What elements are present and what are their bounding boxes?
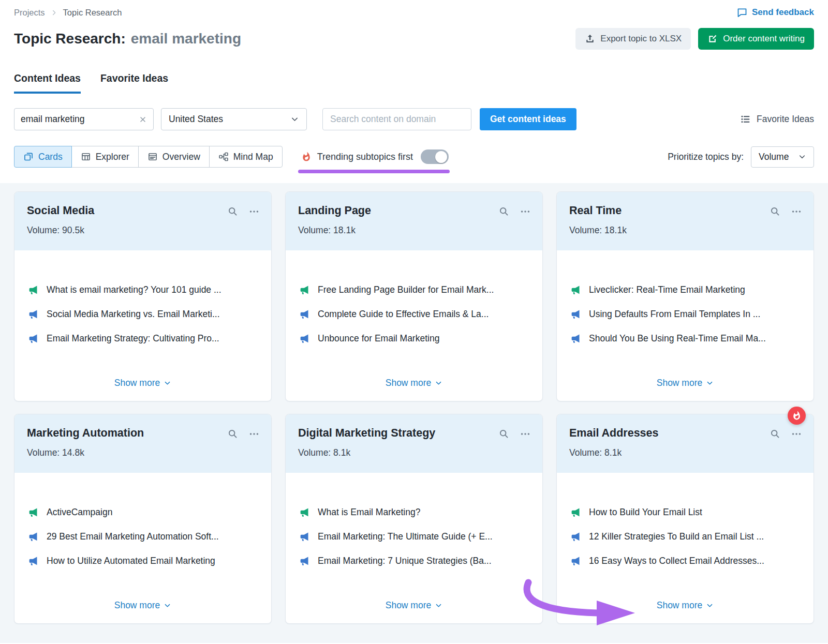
page-header: Topic Research: email marketing Export t… [0, 18, 828, 50]
megaphone-icon [299, 507, 310, 518]
show-more-link[interactable]: Show more [657, 600, 714, 611]
card-more-icon[interactable] [520, 428, 531, 440]
get-content-ideas-button[interactable]: Get content ideas [480, 108, 576, 130]
view-overview-button[interactable]: Overview [138, 146, 210, 168]
card-volume: Volume: 18.1k [298, 225, 530, 236]
card-more-icon[interactable] [248, 428, 260, 440]
card-more-icon[interactable] [520, 206, 531, 217]
card-search-icon[interactable] [770, 428, 780, 440]
header-actions: Export topic to XLSX Order content writi… [575, 28, 814, 50]
megaphone-icon [570, 531, 581, 542]
content-idea-item[interactable]: Email Marketing: 7 Unique Strategies (Ba… [299, 556, 529, 566]
card-more-icon[interactable] [248, 206, 260, 217]
favorite-ideas-link[interactable]: Favorite Ideas [740, 114, 814, 125]
megaphone-icon [299, 333, 310, 344]
content-idea-item[interactable]: What is Email Marketing? [299, 507, 529, 518]
page-title-prefix: Topic Research: [14, 31, 126, 47]
content-idea-item[interactable]: How to Build Your Email List [570, 507, 800, 518]
send-feedback-link[interactable]: Send feedback [737, 7, 814, 18]
controls-bar: Cards Explorer Overview Mind Map Trendin… [0, 146, 828, 168]
content-idea-item[interactable]: Should You Be Using Real-Time Email Ma..… [570, 333, 800, 344]
content-idea-title: Social Media Marketing vs. Email Marketi… [47, 309, 220, 320]
card-header: Real Time Volume: 18.1k [557, 192, 814, 250]
show-more-link[interactable]: Show more [386, 600, 443, 611]
topic-query-input[interactable] [21, 114, 139, 125]
content-idea-item[interactable]: 16 Easy Ways to Collect Email Addresses.… [570, 556, 800, 566]
prioritize-label: Prioritize topics by: [668, 152, 744, 162]
upload-icon [585, 34, 595, 44]
content-idea-item[interactable]: 29 Best Email Marketing Automation Soft.… [28, 531, 258, 542]
content-idea-item[interactable]: Liveclicker: Real-Time Email Marketing [570, 284, 800, 295]
view-mindmap-button[interactable]: Mind Map [209, 146, 283, 168]
content-idea-item[interactable]: Using Defaults From Email Templates In .… [570, 309, 800, 320]
content-idea-item[interactable]: Email Marketing: The Ultimate Guide (+ E… [299, 531, 529, 542]
country-select[interactable]: United States [161, 108, 307, 130]
card-header: Landing Page Volume: 18.1k [286, 192, 542, 250]
card-search-icon[interactable] [498, 206, 509, 217]
card-search-icon[interactable] [227, 206, 238, 217]
content-idea-title: Free Landing Page Builder for Email Mark… [318, 284, 494, 295]
card-item-list: What is Email Marketing? Email Marketing… [286, 473, 542, 593]
card-search-icon[interactable] [227, 428, 238, 440]
card-header-icons [770, 206, 802, 217]
content-idea-title: Using Defaults From Email Templates In .… [589, 309, 760, 320]
card-title: Digital Marketing Strategy [298, 427, 530, 440]
trending-flame-badge [788, 407, 806, 425]
topic-query-field[interactable] [14, 108, 154, 130]
view-explorer-button[interactable]: Explorer [71, 146, 139, 168]
content-idea-item[interactable]: ActiveCampaign [28, 507, 258, 518]
export-xlsx-button[interactable]: Export topic to XLSX [575, 28, 691, 50]
breadcrumb-projects[interactable]: Projects [14, 8, 45, 18]
card-title: Social Media [27, 204, 259, 217]
card-title: Landing Page [298, 204, 530, 217]
chevron-down-icon [290, 115, 299, 124]
clear-query-icon[interactable] [139, 115, 147, 124]
content-idea-item[interactable]: How to Utilize Automated Email Marketing [28, 556, 258, 566]
show-more-label: Show more [386, 600, 432, 611]
view-cards-button[interactable]: Cards [14, 146, 72, 168]
card-search-icon[interactable] [498, 428, 509, 440]
tab-content-ideas[interactable]: Content Ideas [14, 72, 81, 94]
show-more-link[interactable]: Show more [114, 600, 172, 611]
country-select-value: United States [169, 114, 223, 125]
domain-search-input[interactable] [322, 108, 471, 130]
card-item-list: Free Landing Page Builder for Email Mark… [286, 250, 542, 370]
chevron-down-icon [164, 379, 171, 387]
toggle-knob [435, 151, 447, 163]
card-more-icon[interactable] [791, 428, 802, 440]
megaphone-icon [570, 333, 581, 344]
megaphone-icon [570, 309, 581, 320]
megaphone-icon [570, 507, 581, 518]
content-idea-item[interactable]: Free Landing Page Builder for Email Mark… [299, 284, 529, 295]
show-more-link[interactable]: Show more [386, 378, 443, 388]
content-idea-item[interactable]: Unbounce for Email Marketing [299, 333, 529, 344]
card-volume: Volume: 90.5k [27, 225, 259, 236]
show-more-link[interactable]: Show more [657, 378, 714, 388]
order-content-writing-button[interactable]: Order content writing [698, 28, 814, 50]
card-search-icon[interactable] [770, 206, 780, 217]
show-more-label: Show more [386, 378, 432, 388]
card-footer: Show more [286, 370, 542, 401]
tab-content-ideas-label: Content Ideas [14, 72, 81, 84]
card-footer: Show more [14, 370, 271, 401]
topic-card-email-addresses: Email Addresses Volume: 8.1k How to Buil… [556, 414, 814, 624]
content-idea-item[interactable]: What is email marketing? Your 101 guide … [28, 284, 258, 295]
card-header-icons [498, 428, 531, 440]
page-title-query: email marketing [131, 31, 241, 47]
content-idea-item[interactable]: Social Media Marketing vs. Email Marketi… [28, 309, 258, 320]
chevron-down-icon [706, 602, 714, 609]
card-more-icon[interactable] [791, 206, 802, 217]
card-header-icons [770, 428, 802, 440]
show-more-link[interactable]: Show more [114, 378, 172, 388]
content-idea-item[interactable]: 12 Killer Strategies To Build an Email L… [570, 531, 800, 542]
content-idea-item[interactable]: Email Marketing Strategy: Cultivating Pr… [28, 333, 258, 344]
card-header-icons [498, 206, 531, 217]
prioritize-select[interactable]: Volume [751, 146, 814, 168]
view-cards-label: Cards [38, 152, 63, 162]
tab-favorite-ideas[interactable]: Favorite Ideas [100, 72, 168, 94]
show-more-label: Show more [657, 378, 703, 388]
content-idea-item[interactable]: Complete Guide to Effective Emails & La.… [299, 309, 529, 320]
order-content-writing-label: Order content writing [723, 34, 805, 44]
trending-toggle[interactable] [421, 149, 449, 164]
card-volume: Volume: 14.8k [27, 447, 259, 458]
